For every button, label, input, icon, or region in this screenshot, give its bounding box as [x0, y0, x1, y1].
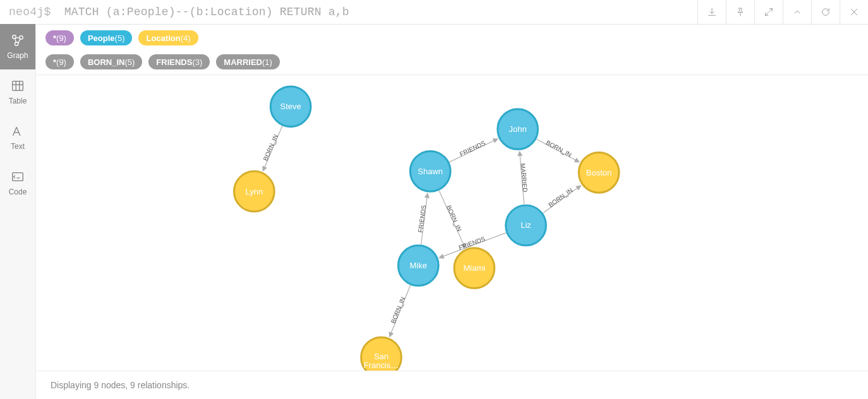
node-label-row: *(9)People(5)Location(4)	[45, 30, 858, 45]
svg-text:John: John	[509, 124, 527, 134]
graph-node[interactable]: Shawn	[410, 151, 450, 191]
graph-edge[interactable]: FRIENDS	[450, 139, 498, 162]
graph-node[interactable]: Miami	[454, 248, 495, 289]
view-tab-code[interactable]: Code	[0, 160, 35, 206]
table-icon	[11, 79, 25, 93]
graph-canvas[interactable]: BORN_INFRIENDSBORN_INMARRIEDBORN_INFRIEN…	[35, 74, 868, 371]
svg-text:FRIENDS: FRIENDS	[459, 139, 486, 157]
graph-node[interactable]: Mike	[398, 246, 438, 286]
graph-node[interactable]: John	[498, 109, 538, 150]
graph-edge[interactable]: BORN_IN	[389, 285, 410, 336]
svg-point-0	[13, 35, 16, 39]
view-tab-table[interactable]: Table	[0, 69, 35, 115]
text-icon	[11, 124, 25, 138]
svg-text:BORN_IN: BORN_IN	[445, 204, 463, 232]
graph-node[interactable]: Lynn	[234, 171, 274, 211]
graph-edge[interactable]: BORN_IN	[439, 191, 465, 247]
node-label-pill[interactable]: Location(4)	[138, 30, 198, 45]
svg-text:Steve: Steve	[280, 102, 301, 111]
svg-point-2	[15, 42, 18, 46]
view-tab-graph[interactable]: Graph	[0, 24, 35, 69]
svg-text:Liz: Liz	[521, 220, 531, 230]
result-panel: *(9)People(5)Location(4) *(9)BORN_IN(5)F…	[35, 24, 868, 399]
view-tab-label: Table	[9, 97, 27, 105]
relationship-type-pill[interactable]: FRIENDS(3)	[148, 54, 210, 69]
graph-node[interactable]: SanFrancis…	[361, 337, 402, 371]
graph-node[interactable]: Liz	[506, 205, 546, 246]
result-view-sidebar: Graph Table Text Code	[0, 24, 36, 399]
close-icon[interactable]	[840, 0, 868, 24]
svg-text:FRIENDS: FRIENDS	[417, 205, 427, 233]
node-label-pill[interactable]: *(9)	[45, 30, 74, 45]
query-bar: neo4j$ MATCH (a:People)--(b:Location) RE…	[0, 0, 868, 25]
graph-node[interactable]: Boston	[579, 152, 619, 193]
relationship-type-pill[interactable]: BORN_IN(5)	[80, 54, 142, 69]
view-tab-label: Code	[9, 188, 27, 196]
svg-text:Shawn: Shawn	[418, 167, 443, 176]
relationship-type-pill[interactable]: *(9)	[45, 54, 74, 69]
download-icon[interactable]	[697, 0, 726, 24]
svg-text:Mike: Mike	[410, 261, 427, 270]
result-toolbar	[697, 0, 868, 24]
chevron-up-icon[interactable]	[783, 0, 811, 24]
svg-text:BORN_IN: BORN_IN	[389, 295, 406, 324]
svg-text:BORN_IN: BORN_IN	[545, 139, 573, 158]
graph-edge[interactable]: BORN_IN	[262, 126, 282, 170]
pin-icon[interactable]	[726, 0, 754, 24]
refresh-icon[interactable]	[811, 0, 840, 24]
svg-text:MARRIED: MARRIED	[519, 163, 529, 193]
status-footer: Displaying 9 nodes, 9 relationships.	[35, 371, 868, 399]
graph-edge[interactable]: BORN_IN	[543, 186, 581, 213]
svg-text:BORN_IN: BORN_IN	[262, 133, 279, 162]
label-legend: *(9)People(5)Location(4) *(9)BORN_IN(5)F…	[35, 24, 868, 71]
graph-node[interactable]: Steve	[270, 86, 311, 127]
relationship-type-row: *(9)BORN_IN(5)FRIENDS(3)MARRIED(1)	[45, 54, 858, 69]
repl-prompt: neo4j$	[0, 0, 64, 24]
code-icon	[11, 170, 25, 184]
svg-text:Lynn: Lynn	[246, 187, 263, 196]
graph-edge[interactable]: MARRIED	[519, 152, 529, 204]
view-tab-label: Graph	[7, 51, 28, 60]
expand-icon[interactable]	[754, 0, 783, 24]
graph-edge[interactable]: FRIENDS	[417, 194, 428, 244]
svg-text:BORN_IN: BORN_IN	[547, 186, 574, 208]
svg-rect-3	[13, 81, 23, 91]
view-tab-label: Text	[11, 142, 25, 151]
svg-text:Boston: Boston	[586, 168, 612, 177]
view-tab-text[interactable]: Text	[0, 115, 35, 160]
graph-edge[interactable]: BORN_IN	[536, 139, 579, 162]
cypher-query[interactable]: MATCH (a:People)--(b:Location) RETURN a,…	[64, 0, 697, 24]
relationship-type-pill[interactable]: MARRIED(1)	[216, 54, 280, 69]
graph-icon	[11, 33, 25, 47]
node-label-pill[interactable]: People(5)	[80, 30, 133, 45]
svg-text:Miami: Miami	[464, 263, 486, 273]
